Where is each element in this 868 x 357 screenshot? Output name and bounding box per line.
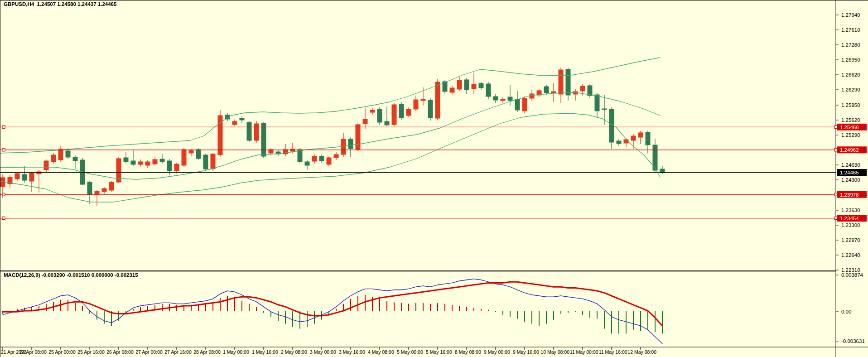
- candle: [624, 140, 628, 143]
- candle: [522, 98, 527, 111]
- line-handle[interactable]: [2, 125, 5, 128]
- line-handle[interactable]: [834, 217, 837, 220]
- candle: [51, 155, 56, 162]
- price-label: 1.26950: [841, 57, 860, 63]
- line-handle[interactable]: [2, 193, 5, 196]
- line-handle[interactable]: [2, 217, 5, 220]
- candle: [530, 94, 534, 98]
- candle: [290, 149, 295, 151]
- time-label: 25 Apr 00:00: [48, 349, 76, 355]
- price-label: 1.27280: [841, 42, 860, 48]
- time-label: 5 May 16:00: [426, 349, 452, 355]
- candle: [414, 100, 418, 109]
- price-label: 1.26620: [841, 72, 860, 77]
- time-label: 26 Apr 08:00: [106, 349, 134, 355]
- candle: [73, 157, 77, 161]
- line-handle[interactable]: [2, 149, 5, 151]
- candle: [66, 151, 70, 157]
- time-label: 27 Apr 00:00: [135, 349, 163, 355]
- candle: [551, 92, 556, 93]
- candle: [406, 109, 411, 116]
- candle: [189, 150, 193, 153]
- candle: [559, 70, 563, 94]
- candle: [138, 162, 143, 164]
- candle: [334, 154, 338, 158]
- line-handle[interactable]: [834, 149, 837, 151]
- candle: [15, 174, 19, 179]
- price-box-value: 1.24465: [840, 170, 859, 175]
- price-label: 1.25950: [841, 102, 860, 108]
- candle: [167, 161, 172, 171]
- candle: [472, 84, 476, 89]
- candle: [327, 158, 331, 164]
- time-label: 8 May 08:00: [455, 349, 481, 355]
- time-label: 24 Apr 08:00: [19, 349, 47, 355]
- time-label: 25 Apr 16:00: [77, 349, 105, 355]
- price-box-value: 1.24962: [840, 147, 859, 153]
- candle: [631, 136, 636, 140]
- candle: [515, 99, 520, 110]
- candle: [646, 132, 650, 145]
- candle: [261, 123, 266, 156]
- candle: [174, 164, 179, 171]
- candle: [145, 162, 150, 165]
- candle: [196, 150, 201, 159]
- time-label: 1 May 16:00: [252, 349, 278, 355]
- price-label: 1.27610: [841, 27, 860, 33]
- macd-axis-label: 0.003874: [841, 272, 863, 278]
- time-label: 12 May 08:00: [627, 349, 656, 355]
- candle: [211, 154, 215, 169]
- price-label: 1.24300: [841, 177, 860, 183]
- time-label: 3 May 00:00: [310, 349, 336, 355]
- price-label: 1.24630: [841, 162, 860, 168]
- candle: [305, 162, 309, 165]
- candle: [428, 100, 433, 118]
- time-label: 9 May 00:00: [484, 349, 510, 355]
- time-label: 11 May 00:00: [570, 349, 598, 355]
- time-label: 10 May 08:00: [540, 349, 569, 355]
- candle: [392, 105, 396, 125]
- chart-window: GBPUSD,H4 1.24507 1.24580 1.24437 1.2446…: [0, 0, 868, 357]
- price-label: 1.23630: [841, 207, 860, 213]
- candle: [109, 182, 114, 190]
- candle: [653, 145, 657, 170]
- candle: [501, 99, 505, 101]
- candle: [363, 119, 367, 124]
- ohlc-values: 1.24507 1.24580 1.24437 1.24465: [34, 1, 116, 7]
- candle: [29, 173, 34, 181]
- candle: [341, 139, 346, 154]
- candle: [319, 156, 324, 161]
- candle: [399, 104, 404, 118]
- candle: [182, 150, 186, 165]
- candle: [160, 159, 164, 162]
- candle: [44, 161, 48, 170]
- macd-indicator-label: MACD(12,26,9) -0.003290 -0.001510 0.0000…: [4, 272, 138, 278]
- candle: [298, 150, 302, 162]
- macd-axis-label: -0.003631: [841, 338, 865, 344]
- candle: [87, 182, 92, 195]
- candle: [131, 161, 135, 164]
- candle: [153, 159, 157, 164]
- time-label: 28 Apr 08:00: [193, 349, 221, 355]
- candle: [638, 133, 643, 137]
- line-handle[interactable]: [834, 193, 837, 196]
- candle: [479, 83, 483, 88]
- price-label: 1.22970: [841, 237, 860, 243]
- candle: [421, 99, 425, 101]
- time-label: 1 May 00:00: [223, 349, 249, 355]
- candle: [377, 109, 382, 122]
- price-label: 1.23300: [841, 222, 860, 228]
- price-chart-canvas[interactable]: 1.279401.276101.272801.269501.266201.262…: [0, 0, 868, 357]
- candle: [203, 155, 208, 169]
- price-box-value: 1.23978: [840, 192, 859, 198]
- candle: [370, 110, 375, 112]
- candle: [464, 80, 469, 90]
- candle: [240, 118, 244, 120]
- candle: [602, 109, 607, 110]
- time-label: 9 May 16:00: [513, 349, 539, 355]
- line-handle[interactable]: [834, 125, 837, 128]
- candle: [493, 96, 498, 100]
- price-label: 1.25290: [841, 132, 860, 138]
- candle: [595, 95, 599, 111]
- macd-main-line: [3, 279, 662, 344]
